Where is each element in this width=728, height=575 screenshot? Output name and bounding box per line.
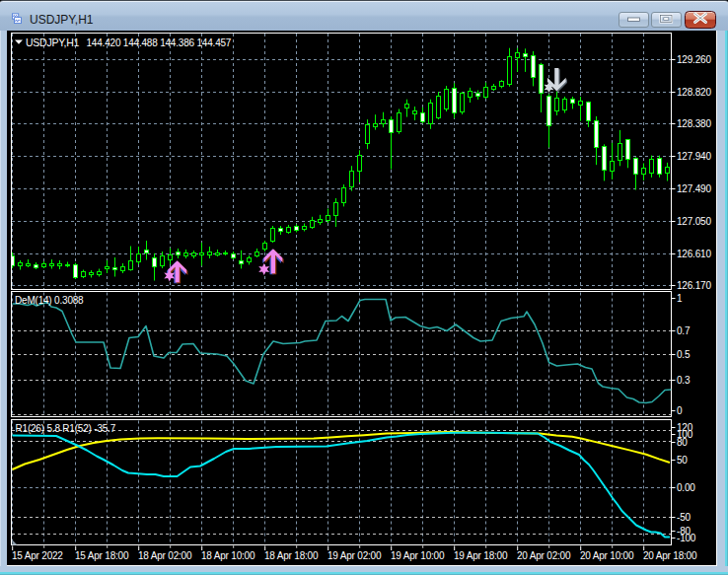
svg-text:20 Apr 02:00: 20 Apr 02:00 <box>517 550 571 561</box>
svg-text:19 Apr 02:00: 19 Apr 02:00 <box>328 550 382 561</box>
svg-text:18 Apr 10:00: 18 Apr 10:00 <box>201 550 255 561</box>
svg-text:144.420 144.488 144.386 144.45: 144.420 144.488 144.386 144.457 <box>87 37 232 48</box>
svg-text:0: 0 <box>677 405 683 416</box>
svg-text:15 Apr 18:00: 15 Apr 18:00 <box>75 550 129 561</box>
svg-text:0.00: 0.00 <box>677 482 695 493</box>
svg-text:R1(26) 5.8 R1(52) -35.7: R1(26) 5.8 R1(52) -35.7 <box>16 423 116 434</box>
svg-text:126.170: 126.170 <box>677 280 711 291</box>
svg-text:19 Apr 10:00: 19 Apr 10:00 <box>391 550 445 561</box>
svg-text:18 Apr 18:00: 18 Apr 18:00 <box>264 550 319 561</box>
svg-text:-100: -100 <box>677 533 696 543</box>
svg-text:19 Apr 18:00: 19 Apr 18:00 <box>454 550 508 561</box>
svg-text:128.820: 128.820 <box>677 87 711 98</box>
svg-text:-50: -50 <box>677 512 691 523</box>
svg-text:80: 80 <box>677 437 688 448</box>
svg-text:DeM(14) 0.3088: DeM(14) 0.3088 <box>15 295 84 306</box>
svg-text:USDJPY,H1: USDJPY,H1 <box>26 36 80 48</box>
svg-text:0.7: 0.7 <box>677 325 691 336</box>
svg-text:129.260: 129.260 <box>677 54 711 65</box>
svg-text:50: 50 <box>677 455 688 466</box>
svg-text:0.5: 0.5 <box>677 349 691 360</box>
svg-text:1: 1 <box>677 293 683 304</box>
svg-text:128.380: 128.380 <box>677 118 711 129</box>
svg-text:0.3: 0.3 <box>677 375 691 386</box>
svg-text:20 Apr 10:00: 20 Apr 10:00 <box>580 550 634 561</box>
svg-text:127.940: 127.940 <box>677 151 711 162</box>
svg-text:18 Apr 02:00: 18 Apr 02:00 <box>138 550 192 561</box>
svg-text:126.610: 126.610 <box>677 249 711 259</box>
svg-text:20 Apr 18:00: 20 Apr 18:00 <box>643 550 697 561</box>
svg-text:15 Apr 2022: 15 Apr 2022 <box>12 550 63 561</box>
svg-text:127.050: 127.050 <box>677 216 711 227</box>
svg-text:127.490: 127.490 <box>677 183 711 194</box>
